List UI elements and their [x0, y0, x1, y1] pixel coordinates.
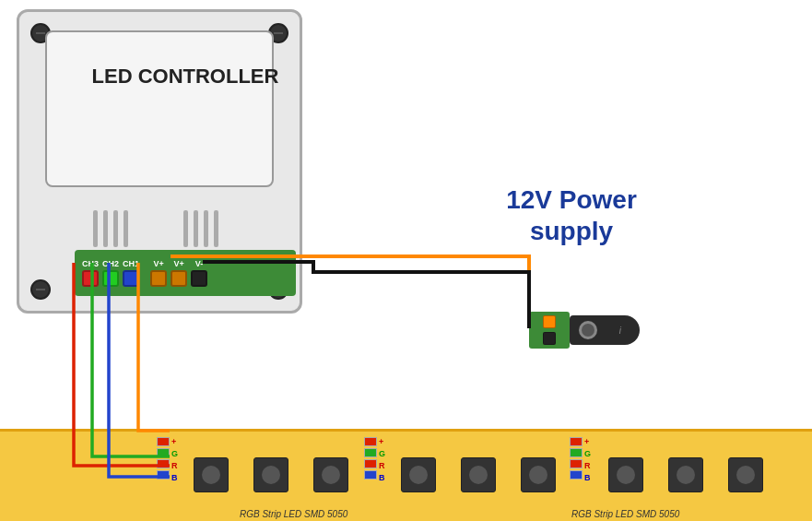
strip-pad-r3	[570, 459, 583, 468]
strip-pad-g3	[570, 448, 583, 457]
diagram-container: LED CONTROLLER CH3 CH2	[0, 0, 812, 521]
led-strip-label2: RGB Strip LED SMD 5050	[571, 509, 679, 519]
led-chip-8	[668, 457, 703, 492]
terminal-block: CH3 CH2 CH1 V+ V+	[75, 250, 296, 296]
strip-label-g2: G	[379, 449, 385, 458]
strip-label-plus3: +	[584, 437, 591, 446]
dc-negative-dot	[543, 332, 556, 345]
led-chip-6	[521, 457, 556, 492]
terminal-vplus1-label: V+	[153, 259, 163, 268]
strip-pad-b3	[570, 470, 583, 480]
led-chip-5	[461, 457, 496, 492]
terminal-ch2-label: CH2	[102, 259, 119, 268]
led-chip-3	[313, 457, 348, 492]
strip-label-r3: R	[584, 461, 591, 470]
led-chip-7	[608, 457, 643, 492]
screw-bl	[30, 279, 51, 300]
terminal-ch3: CH3	[82, 259, 99, 287]
strip-label-g1: G	[171, 449, 178, 458]
terminal-vplus1-dot	[150, 270, 167, 287]
terminal-ch2-dot	[102, 270, 119, 287]
dc-connector	[529, 312, 640, 349]
strip-label-g3: G	[584, 449, 591, 458]
strip-pad-b1	[157, 470, 170, 480]
strip-label-b1: B	[171, 473, 178, 482]
strip-label-r2: R	[379, 461, 385, 470]
led-chip-9	[728, 457, 763, 492]
led-chip-2	[253, 457, 288, 492]
strip-label-plus1: +	[171, 437, 178, 446]
strip-pad-b2	[364, 470, 377, 480]
strip-pad-r2	[364, 459, 377, 468]
terminal-vplus2: V+	[171, 259, 187, 287]
strip-label-r1: R	[171, 461, 178, 470]
strip-label-plus2: +	[379, 437, 385, 446]
strip-label-b3: B	[584, 473, 591, 482]
strip-pad-plus3	[570, 437, 583, 446]
strip-pad-g2	[364, 448, 377, 457]
vents-right	[183, 210, 218, 247]
terminal-ch2: CH2	[102, 259, 119, 287]
led-chip-4	[401, 457, 436, 492]
strip-pad-plus2	[364, 437, 377, 446]
power-supply-label: 12V Power supply	[479, 184, 664, 246]
strip-label-b2: B	[379, 473, 385, 482]
dc-barrel	[570, 315, 640, 345]
dc-positive-dot	[543, 315, 556, 328]
controller-box: LED CONTROLLER CH3 CH2	[17, 9, 302, 314]
terminal-vplus2-dot	[171, 270, 187, 287]
led-strip-label1: RGB Strip LED SMD 5050	[240, 509, 347, 519]
terminal-ch3-dot	[82, 270, 99, 287]
terminal-vplus2-label: V+	[173, 259, 183, 268]
terminal-ch1: CH1	[123, 259, 139, 287]
terminal-ch3-label: CH3	[82, 259, 99, 268]
strip-pad-g1	[157, 448, 170, 457]
terminal-vminus: V-	[191, 259, 207, 287]
terminal-vminus-dot	[191, 270, 207, 287]
dc-barrel-detail	[579, 321, 597, 339]
terminal-ch1-dot	[123, 270, 139, 287]
terminal-vminus-label: V-	[195, 259, 204, 268]
dc-terminal-block	[529, 312, 570, 349]
strip-pad-plus	[157, 437, 170, 446]
led-chip-1	[194, 457, 229, 492]
strip-pad-r1	[157, 459, 170, 468]
led-strip: + G R B + G R B	[0, 429, 812, 521]
vents-left	[93, 210, 128, 247]
terminal-ch1-label: CH1	[123, 259, 139, 268]
terminal-vplus1: V+	[150, 259, 167, 287]
controller-title: LED CONTROLLER	[79, 65, 291, 89]
controller-inner-box: LED CONTROLLER	[45, 30, 274, 187]
